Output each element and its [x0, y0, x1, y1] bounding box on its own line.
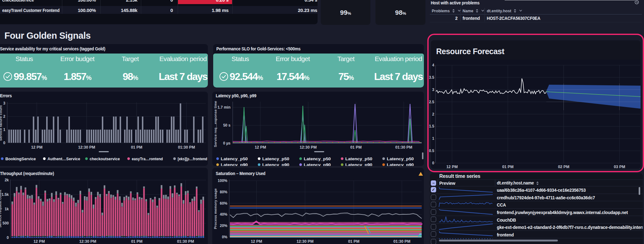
- svg-text:0: 0: [3, 141, 5, 145]
- svg-text:01 PM: 01 PM: [131, 145, 142, 150]
- svg-text:0: 0: [7, 235, 9, 240]
- svg-text:12 PM: 12 PM: [255, 145, 266, 150]
- svg-text:80%: 80%: [220, 190, 227, 194]
- svg-text:12:30 PM: 12:30 PM: [300, 145, 317, 150]
- svg-text:BookingService: BookingService: [5, 156, 36, 161]
- svg-text:checkoutservice: checkoutservice: [90, 156, 120, 161]
- svg-text:Latency_p50: Latency_p50: [387, 156, 414, 161]
- svg-text:Latency_p50: Latency_p50: [262, 156, 289, 161]
- svg-text:Authent…Service: Authent…Service: [47, 156, 80, 161]
- svg-text:Latency_p50: Latency_p50: [221, 156, 248, 161]
- svg-text:easyTra…rontend: easyTra…rontend: [132, 156, 163, 161]
- svg-text:Latency_p90: Latency_p90: [304, 162, 331, 166]
- svg-text:[eks][p…frontend: [eks][p…frontend: [178, 156, 207, 161]
- svg-text:01 PM: 01 PM: [502, 165, 514, 169]
- svg-text:1.5k: 1.5k: [2, 192, 9, 197]
- svg-text:60%: 60%: [220, 201, 227, 206]
- svg-text:01:30 PM: 01:30 PM: [395, 145, 412, 150]
- svg-text:100%: 100%: [218, 179, 227, 183]
- svg-text:Latency_p50: Latency_p50: [345, 156, 372, 161]
- svg-text:0%: 0%: [222, 235, 228, 239]
- svg-text:1k: 1k: [5, 207, 9, 211]
- svg-text:12:30 PM: 12:30 PM: [297, 239, 314, 244]
- svg-text:12:30 PM: 12:30 PM: [79, 239, 96, 244]
- svg-text:50 s: 50 s: [223, 123, 231, 128]
- svg-text:20%: 20%: [220, 224, 227, 228]
- svg-text:01 PM: 01 PM: [350, 145, 362, 150]
- svg-text:12 PM: 12 PM: [33, 239, 45, 244]
- svg-text:Latency_p90: Latency_p90: [221, 162, 248, 166]
- svg-text:40%: 40%: [220, 212, 227, 217]
- svg-text:01:30 PM: 01:30 PM: [177, 239, 194, 244]
- svg-text:02 PM: 02 PM: [558, 165, 569, 169]
- svg-text:1: 1: [3, 128, 5, 132]
- svg-text:12 PM: 12 PM: [446, 165, 458, 169]
- svg-text:3: 3: [3, 101, 5, 105]
- svg-text:03 PM: 03 PM: [614, 165, 625, 169]
- svg-text:500: 500: [3, 221, 9, 225]
- svg-text:1.7 min: 1.7 min: [218, 105, 230, 110]
- svg-text:01:30 PM: 01:30 PM: [178, 145, 195, 150]
- svg-text:01 PM: 01 PM: [131, 239, 142, 244]
- svg-text:Latency_p90: Latency_p90: [345, 162, 372, 166]
- svg-text:2k: 2k: [5, 178, 9, 182]
- svg-text:01 PM: 01 PM: [348, 239, 359, 244]
- svg-text:Latency_p90: Latency_p90: [387, 162, 414, 166]
- svg-text:12 PM: 12 PM: [31, 145, 42, 150]
- svg-text:12 PM: 12 PM: [251, 239, 262, 244]
- svg-text:01:30 PM: 01:30 PM: [393, 239, 410, 244]
- svg-text:Latency_p90: Latency_p90: [262, 162, 289, 166]
- svg-text:Latency_p50: Latency_p50: [304, 156, 331, 161]
- svg-text:0 µs: 0 µs: [223, 141, 230, 145]
- svg-text:12:30 PM: 12:30 PM: [78, 145, 95, 150]
- svg-text:2: 2: [3, 114, 5, 119]
